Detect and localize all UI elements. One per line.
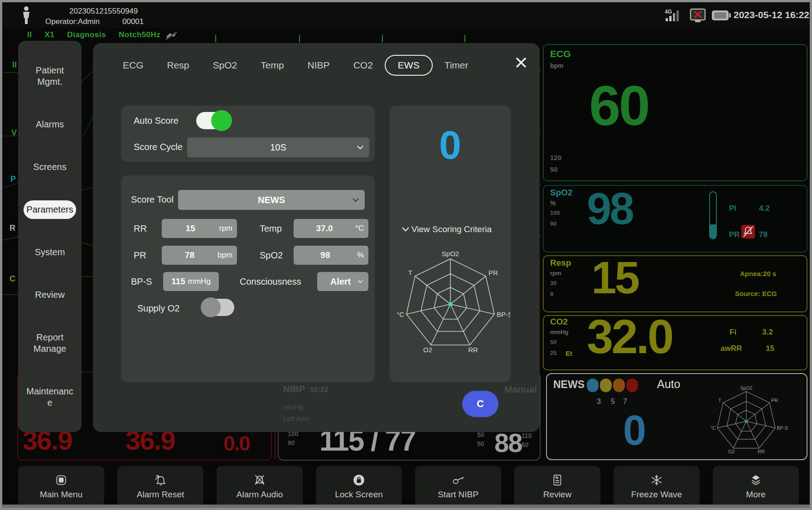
pacer-off-icon bbox=[164, 30, 178, 41]
consciousness-label: Consciousness bbox=[240, 277, 301, 287]
pi-label: PI bbox=[729, 204, 736, 213]
network-type-label: 4G bbox=[665, 9, 672, 15]
news-label: NEWS bbox=[553, 379, 585, 391]
auto-score-card: Auto Score Score Cycle 10S bbox=[121, 106, 375, 162]
alarm-reset-button[interactable]: Alarm Reset bbox=[117, 466, 203, 507]
sidebar-item-maintenance[interactable]: Maintenance bbox=[24, 382, 76, 412]
view-scoring-criteria[interactable]: View Scoring Criteria bbox=[401, 224, 492, 234]
ecg-tile[interactable]: ECG bpm 60 120 50 bbox=[543, 44, 807, 181]
freeze-wave-button[interactable]: Freeze Wave bbox=[614, 466, 700, 507]
notch-label: Notch50Hz bbox=[119, 30, 160, 39]
news-dot-critical bbox=[626, 379, 638, 392]
resp-value: 15 bbox=[591, 252, 638, 304]
news-tile[interactable]: NEWS 3 5 7 Auto 0 SpO2 PR BP-S RR O2 °C … bbox=[546, 373, 807, 460]
auto-score-label: Auto Score bbox=[134, 116, 179, 126]
alarm-audio-off-icon bbox=[253, 474, 266, 486]
resp-limit-low: 8 bbox=[550, 291, 553, 297]
score-tool-dropdown[interactable]: NEWS bbox=[178, 190, 365, 210]
pr-field[interactable]: 78 bpm bbox=[162, 246, 237, 265]
datetime-label: 2023-05-12 16:22 bbox=[734, 10, 809, 20]
supply-o2-toggle[interactable] bbox=[202, 299, 234, 316]
wave-label-resp: R bbox=[10, 223, 15, 233]
review-button[interactable]: Review bbox=[514, 466, 600, 507]
radar-axis-bps: BP-S bbox=[497, 311, 510, 318]
start-nibp-button[interactable]: Start NIBP bbox=[415, 466, 501, 507]
temp-td-value: 0.0 bbox=[223, 431, 250, 456]
main-menu-icon bbox=[55, 474, 68, 486]
radar-axis-pr: PR bbox=[488, 269, 498, 277]
co2-limit-high: 50 bbox=[550, 339, 556, 345]
temp-field[interactable]: 37.0 °C bbox=[294, 219, 368, 238]
resp-tile[interactable]: Resp rpm 30 8 15 Apnea:20 s Source: ECG bbox=[543, 255, 807, 312]
bps-unit: mmHg bbox=[188, 277, 211, 286]
radar-axis-temp: °C bbox=[396, 311, 404, 318]
spo2-tile[interactable]: SpO2 % 100 90 98 PI 4.2 PR 78 bbox=[543, 185, 807, 253]
sidebar-item-screens[interactable]: Screens bbox=[24, 158, 76, 176]
sidebar-item-review[interactable]: Review bbox=[24, 286, 76, 304]
ews-radar-chart: SpO2 PR BP-S RR O2 °C T bbox=[391, 249, 510, 360]
ecg-unit: bpm bbox=[550, 62, 564, 69]
tab-resp[interactable]: Resp bbox=[155, 55, 201, 75]
network-disconnected-icon bbox=[689, 8, 706, 23]
chevron-down-icon bbox=[352, 198, 359, 202]
rr-label: RR bbox=[134, 223, 147, 234]
spo2-unit: % bbox=[357, 251, 368, 260]
tab-ews[interactable]: EWS bbox=[385, 55, 433, 76]
ghost-nibp-unit: mmHg bbox=[283, 403, 303, 411]
bps-field[interactable]: 115 mmHg bbox=[163, 272, 219, 291]
auto-score-toggle[interactable] bbox=[196, 112, 231, 129]
ecg-status-line: II X1 Diagnosis Notch50Hz bbox=[27, 30, 160, 39]
radar-axis-temp: °C bbox=[710, 425, 716, 431]
alarm-off-icon bbox=[741, 225, 755, 238]
ecg-limit-low: 50 bbox=[550, 165, 558, 173]
spo2-label: SpO2 bbox=[260, 250, 283, 261]
qrs-tick bbox=[299, 35, 300, 42]
score-cycle-dropdown[interactable]: 10S bbox=[187, 137, 369, 157]
sidebar-item-alarms[interactable]: Alarms bbox=[24, 115, 76, 134]
rr-value: 15 bbox=[162, 223, 219, 233]
pr-label: PR bbox=[729, 230, 740, 239]
radar-axis-t: T bbox=[408, 269, 412, 277]
lead-label: II bbox=[27, 30, 32, 39]
sidebar-item-system[interactable]: System bbox=[24, 243, 76, 262]
score-tool-value: NEWS bbox=[258, 195, 285, 205]
consciousness-dropdown[interactable]: Alert bbox=[317, 272, 368, 291]
radar-axis-bps: BP-S bbox=[777, 425, 788, 431]
score-tool-card: Score Tool NEWS RR 15 rpm Temp 37.0 °C P… bbox=[121, 175, 375, 382]
ghost-nibp-label: NIBP 16:22 bbox=[283, 384, 329, 394]
patient-icon bbox=[21, 6, 31, 25]
news-dot-medium bbox=[600, 379, 612, 392]
tab-temp[interactable]: Temp bbox=[249, 55, 295, 75]
tab-co2[interactable]: CO2 bbox=[342, 55, 385, 75]
resp-unit: rpm bbox=[550, 270, 561, 277]
radar-axis-o2: O2 bbox=[728, 449, 735, 454]
parameter-tabs: ECG Resp SpO2 Temp NIBP CO2 EWS Timer bbox=[111, 55, 480, 76]
sidebar-item-parameters[interactable]: Parameters bbox=[24, 200, 76, 219]
co2-tile[interactable]: CO2 mmHg 50 25 Et 32.0 Fi 3.2 awRR 15 bbox=[543, 315, 807, 370]
more-button[interactable]: More bbox=[713, 466, 799, 507]
bottom-toolbar: Main Menu Alarm Reset Alarm Audio Lock bbox=[18, 466, 799, 507]
spo2-value: 98 bbox=[587, 183, 633, 234]
spo2-field[interactable]: 98 % bbox=[294, 246, 368, 265]
qrs-tick bbox=[464, 35, 465, 42]
alarm-audio-button[interactable]: Alarm Audio bbox=[217, 466, 303, 507]
news-threshold-3: 7 bbox=[623, 398, 627, 406]
tab-nibp[interactable]: NIBP bbox=[296, 55, 342, 75]
ecg-tile-label: ECG bbox=[550, 49, 571, 59]
news-dot-high bbox=[613, 379, 625, 392]
rr-field[interactable]: 15 rpm bbox=[162, 219, 237, 238]
filter-label: Diagnosis bbox=[67, 30, 106, 39]
tab-ecg[interactable]: ECG bbox=[111, 55, 155, 75]
confirm-button[interactable]: C bbox=[462, 391, 498, 417]
sidebar-item-report-manage[interactable]: Report Manage bbox=[24, 328, 76, 358]
sidebar-item-patient-mgmt[interactable]: Patient Mgmt. bbox=[24, 61, 76, 91]
main-menu-button[interactable]: Main Menu bbox=[18, 466, 104, 507]
lock-screen-button[interactable]: Lock Screen bbox=[316, 466, 402, 507]
tab-spo2[interactable]: SpO2 bbox=[201, 55, 249, 75]
ghost-nibp-mode: Manual bbox=[504, 384, 537, 395]
wave-label-pleth: P bbox=[10, 175, 16, 184]
tab-timer[interactable]: Timer bbox=[433, 55, 480, 75]
close-icon[interactable] bbox=[514, 56, 528, 69]
pr-value: 78 bbox=[162, 250, 218, 260]
pi-value: 4.2 bbox=[759, 204, 770, 213]
